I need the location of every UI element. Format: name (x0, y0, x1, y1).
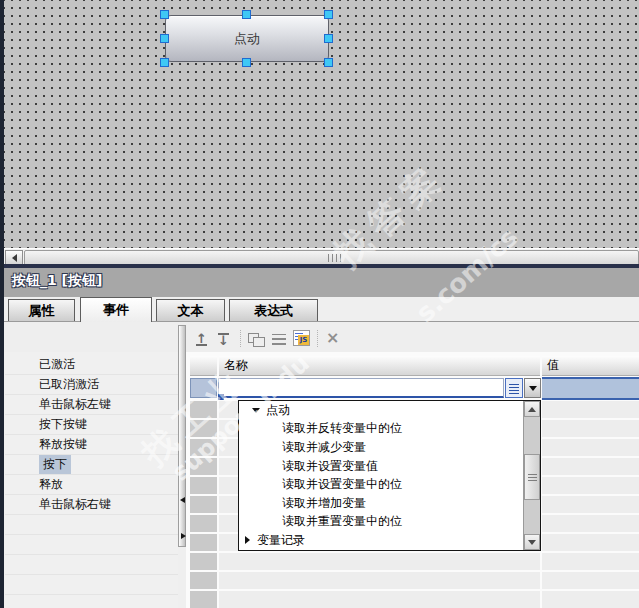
expanded-triangle-icon (252, 408, 260, 413)
arrow-left-icon (12, 254, 17, 262)
event-list-empty-row (5, 515, 178, 535)
table-row-cell[interactable] (542, 534, 639, 551)
event-list-empty-row (5, 595, 178, 608)
function-item[interactable]: 读取并设置变量中的位 (239, 475, 540, 494)
delete-icon[interactable]: × (326, 329, 339, 347)
splitter-collapse-left-icon[interactable] (180, 497, 185, 503)
table-row-cell[interactable] (542, 439, 639, 456)
table-row-cell[interactable] (190, 515, 217, 532)
event-item-right-click[interactable]: 单击鼠标右键 (5, 495, 178, 515)
table-row-cell[interactable] (190, 420, 217, 437)
event-item-deactivated[interactable]: 已取消激活 (5, 375, 178, 395)
event-item-activated[interactable]: 已激活 (5, 355, 178, 375)
event-list-empty-row (5, 575, 178, 595)
table-row-cell[interactable] (542, 591, 639, 608)
scrollbar-grip-icon (528, 473, 537, 481)
function-list-button[interactable] (505, 378, 523, 398)
table-row-cell[interactable] (542, 496, 639, 513)
table-row-cell[interactable] (542, 572, 639, 589)
selection-handle-ne[interactable] (324, 10, 333, 19)
arrow-down-icon (528, 540, 536, 545)
function-item[interactable]: 读取并重置变量中的位 (239, 513, 540, 532)
table-row-cell[interactable] (542, 553, 639, 570)
selection-handle-w[interactable] (160, 34, 169, 43)
move-up-icon[interactable]: ↑ (196, 330, 207, 348)
chevron-down-icon (529, 386, 537, 391)
panel-splitter[interactable] (178, 325, 186, 547)
property-view-titlebar: 按钮_1 [按钮] (4, 268, 639, 297)
jog-button-label: 点动 (234, 30, 260, 48)
property-view-title: 按钮_1 [按钮] (12, 272, 102, 290)
table-row-cell[interactable] (219, 553, 540, 570)
table-row-cell[interactable] (190, 553, 217, 570)
function-dropdown-button[interactable] (524, 378, 541, 398)
collapsed-triangle-icon (245, 536, 250, 544)
function-dropdown-popup: 点动 读取并反转变量中的位 读取并减少变量 读取并设置变量值 读取并设置变量中的… (238, 400, 541, 551)
value-cell-selected[interactable] (542, 377, 639, 400)
table-row-cell[interactable] (190, 534, 217, 551)
table-row-cell[interactable] (190, 572, 217, 589)
table-row-cell[interactable] (219, 591, 540, 608)
jog-button-widget[interactable]: 点动 (165, 15, 329, 62)
function-name-input[interactable] (218, 378, 504, 398)
scroll-down-button[interactable] (524, 534, 540, 550)
table-row-cell[interactable] (542, 401, 639, 418)
vscrollbar-thumb[interactable] (524, 454, 540, 500)
table-row-cell[interactable] (542, 477, 639, 494)
selection-handle-n[interactable] (242, 10, 251, 19)
tab-properties[interactable]: 属性 (8, 299, 75, 321)
column-header-name[interactable]: 名称 (219, 356, 540, 376)
scrollbar-grip-icon (328, 254, 342, 262)
event-item-left-click[interactable]: 单击鼠标左键 (5, 395, 178, 415)
event-item-key-release[interactable]: 释放按键 (5, 435, 178, 455)
toolbar-separator (317, 330, 318, 347)
table-row-cell[interactable] (542, 458, 639, 475)
event-list-empty-row (5, 535, 178, 555)
list-icon[interactable] (272, 334, 286, 345)
table-row-cell[interactable] (190, 496, 217, 513)
function-group-tag-logging[interactable]: 变量记录 (239, 531, 540, 550)
list-icon (509, 383, 519, 394)
event-item-press[interactable]: 按下 (5, 455, 178, 475)
splitter-collapse-right-icon[interactable] (181, 533, 186, 539)
table-row-cell[interactable] (542, 420, 639, 437)
window-left-border (0, 0, 4, 608)
hmi-editor-window: 找答案 s.com/cs 点动 按钮_1 [按钮] 属性 事件 文本 表达式 ↑… (0, 0, 639, 608)
move-down-icon[interactable]: ↓ (218, 330, 229, 348)
tab-expression[interactable]: 表达式 (229, 299, 318, 321)
selection-handle-s[interactable] (242, 58, 251, 67)
script-js-icon[interactable]: JS (293, 330, 310, 346)
function-item[interactable]: 读取并增加变量 (239, 494, 540, 513)
scroll-up-button[interactable] (524, 401, 540, 417)
events-toolbar (4, 321, 639, 352)
row-selector-cell[interactable] (190, 378, 217, 398)
function-item[interactable]: 读取并设置变量值 (239, 457, 540, 476)
event-item-key-press[interactable]: 按下按键 (5, 415, 178, 435)
selection-handle-se[interactable] (324, 58, 333, 67)
table-row-cell[interactable] (219, 572, 540, 589)
table-row-cell[interactable] (190, 401, 217, 418)
table-row-cell[interactable] (542, 515, 639, 532)
table-row-cell[interactable] (190, 439, 217, 456)
group-icon[interactable] (248, 333, 264, 346)
function-item[interactable]: 读取并反转变量中的位 (239, 420, 540, 439)
function-group-jog[interactable]: 点动 (239, 401, 540, 420)
table-row-cell[interactable] (190, 477, 217, 494)
edit-anchor (218, 394, 224, 400)
popup-vscrollbar[interactable] (523, 401, 540, 550)
table-row-cell[interactable] (190, 458, 217, 475)
selection-handle-nw[interactable] (160, 10, 169, 19)
column-header-value[interactable]: 值 (542, 356, 639, 376)
tab-text[interactable]: 文本 (156, 299, 225, 321)
event-item-release[interactable]: 释放 (5, 475, 178, 495)
event-list: 已激活 已取消激活 单击鼠标左键 按下按键 释放按键 按下 释放 单击鼠标右键 (5, 352, 178, 608)
selection-handle-e[interactable] (324, 34, 333, 43)
table-row-cell[interactable] (190, 591, 217, 608)
arrow-up-icon (528, 407, 536, 412)
tab-events[interactable]: 事件 (80, 297, 152, 322)
panel-divider (0, 264, 639, 268)
table-corner-header[interactable] (190, 356, 217, 376)
function-item[interactable]: 读取并减少变量 (239, 438, 540, 457)
event-list-empty-row (5, 555, 178, 575)
selection-handle-sw[interactable] (160, 58, 169, 67)
